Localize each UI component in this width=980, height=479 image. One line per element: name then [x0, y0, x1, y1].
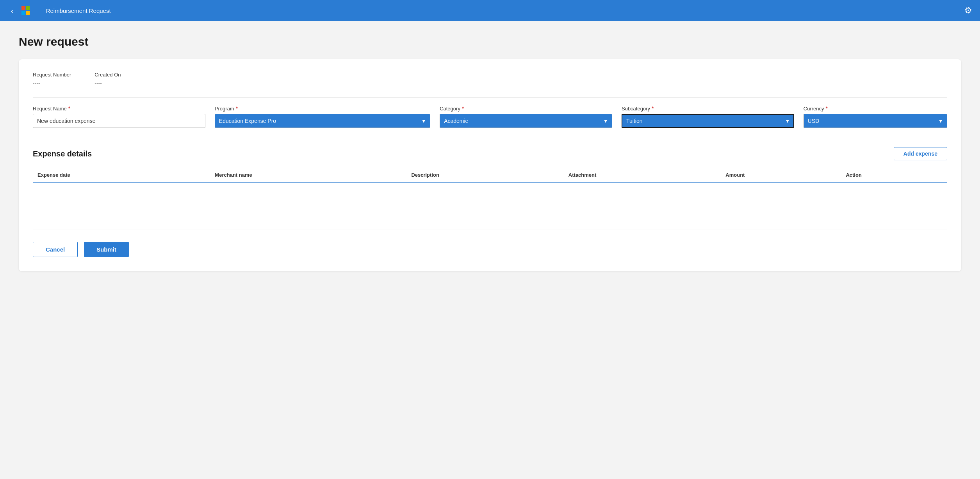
table-empty-row	[33, 182, 947, 229]
subcategory-select-wrapper: Tuition ▼	[622, 114, 794, 128]
subcategory-group: Subcategory * Tuition ▼	[622, 105, 794, 128]
form-card: Request Number ---- Created On ---- Requ…	[19, 59, 961, 271]
add-expense-button[interactable]: Add expense	[894, 147, 947, 160]
logo-blue	[21, 11, 25, 15]
logo-yellow	[26, 11, 30, 15]
back-button[interactable]: ‹	[8, 5, 17, 17]
currency-group: Currency * USD ▼	[804, 105, 947, 128]
required-star-currency: *	[826, 105, 828, 112]
required-star-name: *	[68, 105, 70, 112]
divider	[33, 97, 947, 98]
category-select-wrapper: Academic ▼	[440, 114, 612, 128]
created-on-value: ----	[94, 80, 121, 86]
info-row: Request Number ---- Created On ----	[33, 72, 947, 86]
bottom-buttons: Cancel Submit	[33, 242, 947, 257]
program-select[interactable]: Education Expense Pro	[215, 114, 430, 128]
request-number-value: ----	[33, 80, 71, 86]
main-container: New request Request Number ---- Created …	[0, 21, 980, 285]
section-divider	[33, 139, 947, 139]
request-name-input[interactable]	[33, 114, 205, 128]
table-header-row: Expense date Merchant name Description A…	[33, 168, 947, 182]
app-name: Reimbursement Request	[46, 7, 111, 14]
col-attachment: Attachment	[564, 168, 721, 182]
program-label: Program *	[215, 105, 430, 112]
app-header: ‹ Reimbursement Request ⚙	[0, 0, 980, 21]
required-star-program: *	[236, 105, 238, 112]
col-amount: Amount	[721, 168, 841, 182]
program-select-wrapper: Education Expense Pro ▼	[215, 114, 430, 128]
currency-select-wrapper: USD ▼	[804, 114, 947, 128]
subcategory-select[interactable]: Tuition	[622, 114, 794, 128]
col-action: Action	[841, 168, 947, 182]
request-number-label: Request Number	[33, 72, 71, 78]
logo-red	[21, 6, 25, 10]
created-on-label: Created On	[94, 72, 121, 78]
request-name-group: Request Name *	[33, 105, 205, 128]
currency-label: Currency *	[804, 105, 947, 112]
request-name-label: Request Name *	[33, 105, 205, 112]
expense-table: Expense date Merchant name Description A…	[33, 168, 947, 229]
header-divider	[38, 6, 38, 15]
category-select[interactable]: Academic	[440, 114, 612, 128]
header-left: ‹ Reimbursement Request	[8, 5, 111, 17]
col-description: Description	[406, 168, 563, 182]
table-header: Expense date Merchant name Description A…	[33, 168, 947, 182]
settings-button[interactable]: ⚙	[964, 5, 972, 16]
logo-green	[26, 6, 30, 10]
col-merchant-name: Merchant name	[210, 168, 406, 182]
category-label: Category *	[440, 105, 612, 112]
created-on-field: Created On ----	[94, 72, 121, 86]
cancel-button[interactable]: Cancel	[33, 242, 78, 257]
required-star-subcategory: *	[652, 105, 654, 112]
expense-details-title: Expense details	[33, 149, 92, 158]
expense-details-header: Expense details Add expense	[33, 147, 947, 160]
page-title: New request	[19, 35, 961, 48]
table-body	[33, 182, 947, 229]
program-group: Program * Education Expense Pro ▼	[215, 105, 430, 128]
submit-button[interactable]: Submit	[84, 242, 129, 257]
microsoft-logo	[21, 6, 30, 15]
form-row: Request Name * Program * Education Expen…	[33, 105, 947, 128]
table-empty-cell	[33, 182, 947, 229]
col-expense-date: Expense date	[33, 168, 210, 182]
category-group: Category * Academic ▼	[440, 105, 612, 128]
currency-select[interactable]: USD	[804, 114, 947, 128]
required-star-category: *	[462, 105, 464, 112]
subcategory-label: Subcategory *	[622, 105, 794, 112]
request-number-field: Request Number ----	[33, 72, 71, 86]
